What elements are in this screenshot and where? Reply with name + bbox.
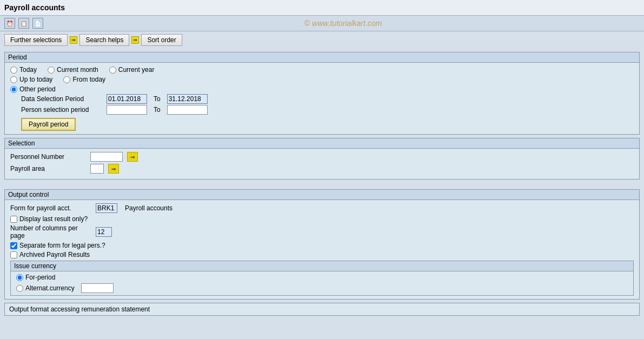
button-bar: Further selections ⇒ Search helps ⇒ Sort… (0, 31, 644, 49)
payroll-area-label: Payroll area (10, 165, 86, 172)
person-selection-to-input[interactable] (167, 105, 208, 115)
from-today-radio-item: From today (63, 76, 105, 83)
data-selection-from-input[interactable] (107, 94, 147, 104)
alternat-currency-label: Alternat.currency (25, 284, 75, 292)
arrow-icon-2: ⇒ (131, 36, 139, 44)
current-month-radio[interactable] (48, 67, 55, 74)
current-year-label: Current year (118, 66, 155, 74)
spacer (4, 183, 640, 186)
personnel-number-label: Personnel Number (10, 153, 86, 161)
current-year-radio-item: Current year (109, 66, 155, 74)
output-format-section: Output format accessing remuneration sta… (4, 303, 640, 316)
display-last-result-label: Display last result only? (19, 215, 88, 223)
current-month-label: Current month (57, 66, 98, 74)
period-row-2: Up to today From today (10, 76, 634, 83)
separate-form-checkbox[interactable] (10, 242, 17, 249)
issue-currency-title: Issue currency (11, 261, 633, 271)
separate-form-row: Separate form for legal pers.? (10, 242, 634, 249)
archived-payroll-row: Archived Payroll Results (10, 251, 634, 258)
selection-section: Selection Personnel Number ⇒ Payroll are… (4, 138, 640, 180)
personnel-number-arrow-btn[interactable]: ⇒ (127, 152, 138, 162)
data-selection-period-label: Data Selection Period (21, 95, 102, 103)
toolbar: ⏰ 📋 📄 © www.tutorialkart.com (0, 16, 644, 31)
arrow-icon-1: ⇒ (70, 36, 77, 44)
selection-section-body: Personnel Number ⇒ Payroll area ⇒ (5, 149, 639, 179)
issue-currency-body: For-period Alternat.currency (11, 271, 633, 295)
form-payroll-description: Payroll accounts (125, 204, 172, 212)
watermark: © www.tutorialkart.com (47, 19, 640, 28)
form-payroll-row: Form for payroll acct. Payroll accounts (10, 203, 634, 213)
period-row-1: Today Current month Current year (10, 66, 634, 74)
personnel-number-row: Personnel Number ⇒ (10, 152, 634, 162)
alternat-currency-radio-item: Alternat.currency (16, 283, 628, 293)
person-selection-from-input[interactable] (107, 105, 147, 115)
sort-order-label: Sort order (147, 36, 176, 44)
clock-icon[interactable]: ⏰ (4, 18, 15, 29)
output-control-body: Form for payroll acct. Payroll accounts … (5, 200, 639, 299)
form-payroll-label: Form for payroll acct. (10, 204, 91, 212)
period-section-title: Period (5, 52, 639, 63)
other-period-label: Other period (19, 85, 56, 93)
separate-form-label: Separate form for legal pers.? (19, 242, 105, 249)
title-bar: Payroll accounts (0, 0, 644, 16)
period-section-body: Today Current month Current year Up to t… (5, 63, 639, 134)
sort-order-button[interactable]: Sort order (141, 34, 182, 46)
display-last-result-checkbox[interactable] (10, 216, 17, 223)
today-radio-item: Today (10, 66, 37, 74)
main-content: Period Today Current month Current year (0, 49, 644, 319)
columns-per-page-row: Number of columns per page (10, 224, 634, 240)
current-year-radio[interactable] (109, 67, 116, 74)
payroll-area-row: Payroll area ⇒ (10, 164, 634, 174)
today-label: Today (19, 66, 37, 74)
issue-currency-section: Issue currency For-period Alternat.curre… (10, 261, 634, 296)
output-control-section: Output control Form for payroll acct. Pa… (4, 189, 640, 300)
payroll-area-arrow-btn[interactable]: ⇒ (108, 164, 119, 174)
person-selection-to-label: To (154, 106, 161, 114)
for-period-radio-item: For-period (16, 274, 628, 281)
alternat-currency-radio[interactable] (16, 285, 23, 292)
archived-payroll-checkbox[interactable] (10, 251, 17, 258)
further-selections-button[interactable]: Further selections (4, 34, 68, 46)
search-helps-label: Search helps (85, 36, 123, 44)
current-month-radio-item: Current month (48, 66, 98, 74)
form-payroll-input[interactable] (96, 203, 117, 213)
today-radio[interactable] (10, 67, 17, 74)
payroll-period-label: Payroll period (29, 121, 68, 128)
person-selection-period-label: Person selection period (21, 106, 102, 114)
payroll-area-input[interactable] (90, 164, 104, 174)
data-selection-period-row: Data Selection Period To (21, 94, 634, 104)
page-title: Payroll accounts (4, 3, 640, 12)
info-icon[interactable]: 📋 (18, 18, 29, 29)
period-section: Period Today Current month Current year (4, 52, 640, 135)
display-last-result-row: Display last result only? (10, 215, 634, 223)
other-period-radio[interactable] (10, 86, 17, 93)
selection-section-title: Selection (5, 138, 639, 149)
personnel-number-input[interactable] (90, 152, 123, 162)
further-selections-label: Further selections (10, 36, 62, 44)
for-period-label: For-period (25, 274, 55, 281)
from-today-radio[interactable] (63, 76, 70, 83)
data-selection-to-input[interactable] (167, 94, 208, 104)
period-row-3: Other period (10, 85, 634, 93)
from-today-label: From today (72, 76, 105, 83)
alternat-currency-input[interactable] (81, 283, 114, 293)
columns-per-page-label: Number of columns per page (10, 224, 91, 240)
for-period-radio[interactable] (16, 274, 23, 281)
payroll-period-button[interactable]: Payroll period (21, 118, 76, 131)
data-selection-to-label: To (154, 95, 161, 103)
up-to-today-radio[interactable] (10, 76, 17, 83)
other-period-radio-item: Other period (10, 85, 56, 93)
columns-per-page-input[interactable] (96, 227, 112, 237)
output-control-title: Output control (5, 190, 639, 200)
up-to-today-radio-item: Up to today (10, 76, 52, 83)
list-icon[interactable]: 📄 (32, 18, 43, 29)
up-to-today-label: Up to today (19, 76, 52, 83)
search-helps-button[interactable]: Search helps (79, 34, 129, 46)
archived-payroll-label: Archived Payroll Results (19, 251, 90, 258)
output-format-title: Output format accessing remuneration sta… (9, 305, 150, 313)
person-selection-period-row: Person selection period To (21, 105, 634, 115)
